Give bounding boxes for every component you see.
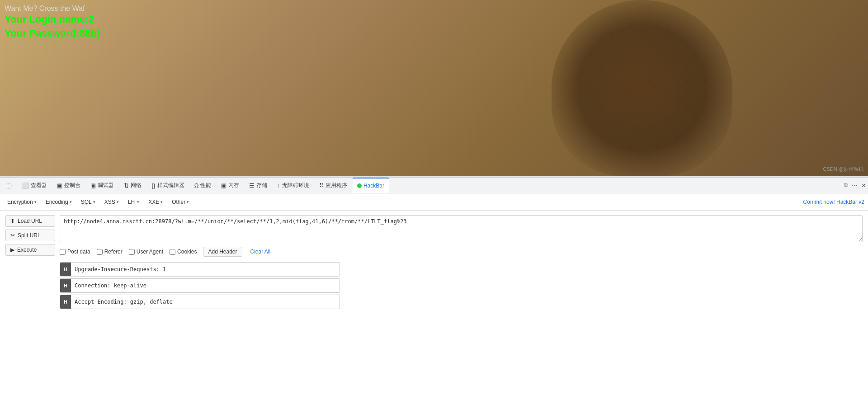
sql-label: SQL <box>81 199 92 205</box>
cookies-checkbox-label[interactable]: Cookies <box>170 249 197 255</box>
other-chevron: ▾ <box>187 200 189 204</box>
tab-hackbar[interactable]: HackBar <box>353 178 389 193</box>
tab-debugger[interactable]: ▣ 调试器 <box>86 178 118 193</box>
tab-performance[interactable]: Ω 性能 <box>190 178 216 193</box>
hackbar-toolbar: Encryption ▾ Encoding ▾ SQL ▾ XSS ▾ LFI … <box>0 193 868 211</box>
popout-icon[interactable]: ⧉ <box>844 182 848 189</box>
login-name-text: Your Login name:2 <box>5 13 100 27</box>
console-icon: ▣ <box>57 182 62 189</box>
execute-label: Execute <box>17 247 37 253</box>
add-header-button[interactable]: Add Header <box>203 247 242 257</box>
cookies-label: Cookies <box>177 249 197 255</box>
tab-storage-label: 存储 <box>256 182 267 189</box>
commit-now-text[interactable]: Commit now! HackBar v2 <box>803 199 864 205</box>
clear-all-button[interactable]: Clear All <box>249 247 273 256</box>
hackbar-url-area: Post data Referer User Agent Cookies <box>60 215 863 394</box>
performance-icon: Ω <box>194 182 199 189</box>
execute-icon: ▶ <box>10 247 14 253</box>
xss-menu[interactable]: XSS ▾ <box>101 197 123 207</box>
user-agent-label: User Agent <box>137 249 163 255</box>
referer-checkbox-label[interactable]: Referer <box>97 249 123 255</box>
post-data-label: Post data <box>67 249 90 255</box>
tab-inspect[interactable]: ⬚ <box>2 178 16 193</box>
tab-style-editor[interactable]: {} 样式编辑器 <box>147 178 189 193</box>
url-input[interactable] <box>60 215 863 242</box>
tab-memory-label: 内存 <box>228 182 239 189</box>
storage-icon: ☰ <box>249 182 255 189</box>
tab-storage[interactable]: ☰ 存储 <box>245 178 272 193</box>
encoding-menu[interactable]: Encoding ▾ <box>42 197 75 207</box>
devtools-tabs-bar: ⬚ ⬜ 查看器 ▣ 控制台 ▣ 调试器 ⇅ 网络 {} 样式编辑器 <box>0 177 868 193</box>
split-url-label: Split URL <box>18 232 41 239</box>
network-icon: ⇅ <box>124 182 129 189</box>
load-url-label: Load URL <box>18 218 42 224</box>
tab-hackbar-label: HackBar <box>363 183 384 189</box>
lfi-menu[interactable]: LFI ▾ <box>124 197 143 207</box>
sql-chevron: ▾ <box>93 200 95 204</box>
tab-network-label: 网络 <box>131 182 142 189</box>
watermark-text: CSDN @妙尺游机 <box>823 166 863 173</box>
load-url-button[interactable]: ⬆ Load URL <box>5 215 55 227</box>
tab-console-label: 控制台 <box>64 182 80 189</box>
xxe-chevron: ▾ <box>160 200 163 204</box>
password-text: Your Password:88b} <box>5 27 100 41</box>
other-label: Other <box>172 199 185 205</box>
cookies-checkbox[interactable] <box>170 249 175 255</box>
user-agent-checkbox-label[interactable]: User Agent <box>129 249 163 255</box>
style-editor-icon: {} <box>151 182 156 189</box>
tab-accessibility[interactable]: ↑ 无障碍环境 <box>273 178 314 193</box>
close-icon[interactable]: ✕ <box>861 182 866 189</box>
viewer-icon: ⬜ <box>22 182 29 189</box>
xxe-menu[interactable]: XXE ▾ <box>145 197 166 207</box>
sql-menu[interactable]: SQL ▾ <box>77 197 99 207</box>
user-agent-checkbox[interactable] <box>129 249 135 255</box>
load-url-icon: ⬆ <box>10 218 15 224</box>
webpage-screenshot: Want Me? Cross the Waf Your Login name:2… <box>0 0 868 176</box>
encryption-menu[interactable]: Encryption ▾ <box>4 197 40 207</box>
post-data-checkbox-label[interactable]: Post data <box>60 249 90 255</box>
header-row-2: H Connection: keep-alive <box>60 278 340 293</box>
other-menu[interactable]: Other ▾ <box>168 197 193 207</box>
page-title-text: Want Me? Cross the Waf <box>5 5 100 13</box>
tab-performance-label: 性能 <box>200 182 211 189</box>
tab-apps-label: 应用程序 <box>326 182 347 189</box>
xss-chevron: ▾ <box>117 200 119 204</box>
header-row-1: H Upgrade-Insecure-Requests: 1 <box>60 262 340 277</box>
referer-label: Referer <box>104 249 123 255</box>
checkbox-row: Post data Referer User Agent Cookies <box>60 247 863 257</box>
devtools-right-icons: ⧉ ⋯ ✕ <box>844 182 866 189</box>
tab-accessibility-label: 无障碍环境 <box>282 182 309 189</box>
tab-apps[interactable]: ⠿ 应用程序 <box>315 178 352 193</box>
header-row-3-text: Accept-Encoding: gzip, deflate <box>71 299 176 305</box>
hackbar-main-panel: ⬆ Load URL ✂ Split URL ▶ Execute <box>0 211 868 399</box>
face-decoration <box>552 0 732 176</box>
post-data-checkbox[interactable] <box>60 249 66 255</box>
tab-console[interactable]: ▣ 控制台 <box>52 178 85 193</box>
encoding-chevron: ▾ <box>70 200 72 204</box>
encryption-chevron: ▾ <box>34 200 37 204</box>
hackbar-action-buttons: ⬆ Load URL ✂ Split URL ▶ Execute <box>5 215 55 394</box>
split-url-icon: ✂ <box>10 232 15 239</box>
apps-icon: ⠿ <box>319 182 324 189</box>
memory-icon: ▣ <box>221 182 226 189</box>
tab-network[interactable]: ⇅ 网络 <box>119 178 146 193</box>
xxe-label: XXE <box>148 199 159 205</box>
split-url-button[interactable]: ✂ Split URL <box>5 230 55 241</box>
more-icon[interactable]: ⋯ <box>852 182 858 189</box>
header-h-badge-3: H <box>60 295 71 309</box>
tab-style-editor-label: 样式编辑器 <box>157 182 184 189</box>
tab-viewer-label: 查看器 <box>31 182 47 189</box>
tab-memory[interactable]: ▣ 内存 <box>217 178 244 193</box>
page-text-overlay: Want Me? Cross the Waf Your Login name:2… <box>5 5 100 41</box>
header-row-3: H Accept-Encoding: gzip, deflate <box>60 295 340 309</box>
header-h-badge-1: H <box>60 263 71 276</box>
debugger-icon: ▣ <box>90 182 96 189</box>
header-row-2-text: Connection: keep-alive <box>71 282 150 289</box>
referer-checkbox[interactable] <box>97 249 103 255</box>
accessibility-icon: ↑ <box>277 182 280 189</box>
tab-viewer[interactable]: ⬜ 查看器 <box>17 178 52 193</box>
xss-label: XSS <box>104 199 115 205</box>
execute-button[interactable]: ▶ Execute <box>5 244 55 256</box>
header-row-1-text: Upgrade-Insecure-Requests: 1 <box>71 266 170 272</box>
browser-window: Want Me? Cross the Waf Your Login name:2… <box>0 0 868 399</box>
